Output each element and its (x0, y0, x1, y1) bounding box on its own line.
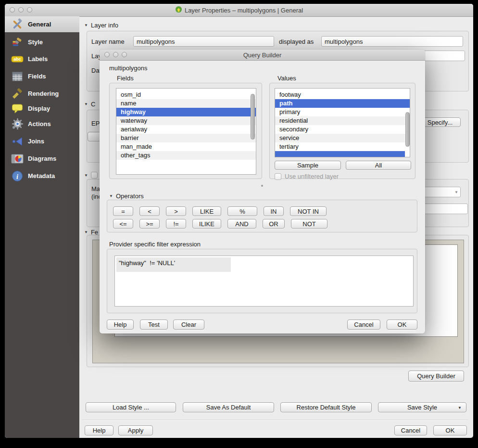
list-item-path[interactable]: path (275, 99, 410, 108)
list-item-service[interactable]: service (275, 134, 410, 142)
displayed-as-input[interactable] (321, 36, 463, 47)
sidebar-item-rendering[interactable]: Rendering (5, 86, 79, 102)
list-item-highway[interactable]: highway (116, 108, 256, 116)
specify-crs-button-label: Specify... (428, 119, 453, 126)
minimize-button[interactable] (113, 52, 118, 57)
list-item-primary[interactable]: primary (275, 108, 410, 116)
values-list: footwaypathprimaryresidentialsecondaryse… (275, 88, 410, 157)
list-item-aerialway[interactable]: aerialway (116, 125, 256, 134)
operator-button-<[interactable]: < (139, 206, 160, 216)
values-scrollbar-thumb[interactable] (405, 112, 410, 147)
save-style-button[interactable]: Save Style ▼ (378, 402, 466, 412)
list-item-waterway[interactable]: waterway (116, 116, 256, 125)
operators-header[interactable]: ▼ Operators (109, 192, 144, 200)
sidebar-item-joins[interactable]: Joins (5, 133, 79, 149)
sidebar-item-display[interactable]: Display (5, 101, 79, 116)
operator-button-not[interactable]: NOT (291, 219, 327, 229)
ok-button[interactable]: OK (433, 425, 467, 435)
cancel-button[interactable]: Cancel (394, 425, 427, 435)
displayed-as-label: displayed as (279, 38, 314, 45)
collapse-arrow-icon: ▼ (84, 173, 88, 178)
values-partial-selected-row[interactable] (275, 151, 405, 157)
ok-button-label: OK (446, 427, 455, 434)
hammer-wrench-icon (11, 18, 24, 31)
sidebar-item-diagrams[interactable]: Diagrams (5, 151, 79, 166)
zoom-button[interactable] (122, 52, 127, 57)
use-unfiltered-checkbox[interactable] (275, 173, 281, 180)
all-button[interactable]: All (346, 161, 411, 170)
layer-info-header[interactable]: ▼ Layer info (84, 22, 118, 29)
svg-text:i: i (16, 173, 18, 180)
qb-cancel-button[interactable]: Cancel (347, 320, 380, 330)
values-scrollbar[interactable] (405, 89, 410, 156)
filter-expression-textarea[interactable]: "highway" != 'NULL' (114, 256, 414, 307)
operator-button->=[interactable]: >= (139, 219, 160, 229)
sidebar-item-style[interactable]: Style (5, 34, 79, 50)
list-item-barrier[interactable]: barrier (116, 134, 256, 142)
close-button[interactable] (10, 7, 15, 13)
filter-groupbox: "highway" != 'NULL' (107, 249, 417, 313)
operator-button-or[interactable]: OR (263, 219, 285, 229)
load-style-button[interactable]: Load Style ... (86, 402, 176, 412)
query-builder-button[interactable]: Query Builder (408, 371, 464, 382)
operator-button-<=[interactable]: <= (113, 219, 133, 229)
list-item-man_made[interactable]: man_made (116, 142, 256, 151)
operator-button-%[interactable]: % (227, 206, 257, 216)
collapse-arrow-icon: ▼ (109, 194, 113, 198)
sidebar-item-actions[interactable]: Actions (5, 116, 79, 132)
sidebar-item-label: Metadata (28, 172, 55, 179)
sample-button[interactable]: Sample (275, 161, 341, 170)
abc-tag-icon: abc (11, 53, 24, 65)
values-groupbox: footwaypathprimaryresidentialsecondaryse… (269, 83, 415, 179)
minimize-button[interactable] (18, 7, 24, 13)
operator-button->[interactable]: > (166, 206, 186, 216)
sidebar-item-labels[interactable]: abcLabels (5, 51, 79, 67)
restore-default-style-button[interactable]: Restore Default Style (280, 402, 372, 412)
qb-help-button[interactable]: Help (107, 320, 134, 330)
sidebar-item-fields[interactable]: Fields (5, 68, 79, 84)
list-item-osm_id[interactable]: osm_id (116, 90, 256, 99)
list-item-secondary[interactable]: secondary (275, 125, 410, 134)
list-item-other_tags[interactable]: other_tags (116, 151, 256, 160)
qb-ok-button[interactable]: OK (387, 320, 417, 330)
operator-button-and[interactable]: AND (227, 219, 256, 229)
main-traffic-lights (10, 7, 32, 13)
sidebar-item-label: Style (28, 38, 43, 46)
main-titlebar[interactable]: Layer Properties – multipolygons | Gener… (5, 4, 473, 17)
qb-test-button[interactable]: Test (140, 320, 168, 330)
fields-scrollbar[interactable] (250, 89, 255, 174)
help-button[interactable]: Help (85, 425, 113, 435)
qb-clear-button[interactable]: Clear (173, 320, 204, 330)
sidebar-item-metadata[interactable]: iMetadata (5, 168, 79, 184)
specify-crs-button[interactable]: Specify... (419, 117, 461, 127)
close-button[interactable] (104, 52, 110, 57)
sidebar-item-label: Fields (28, 73, 46, 80)
operator-button-not-in[interactable]: NOT IN (290, 206, 327, 216)
crs-header-label-fragment: C (91, 101, 95, 108)
list-item-tertiary[interactable]: tertiary (275, 142, 410, 151)
scale-visibility-header[interactable]: ▼ (84, 172, 98, 179)
operators-groupbox: =<>LIKE%INNOT IN <=>=!=ILIKEANDORNOT (107, 200, 417, 232)
operator-button-in[interactable]: IN (264, 206, 284, 216)
fields-scrollbar-thumb[interactable] (251, 94, 255, 140)
zoom-button[interactable] (27, 7, 32, 13)
sidebar-item-label: Joins (28, 138, 44, 145)
sidebar-item-general[interactable]: General (5, 16, 79, 32)
splitter-handle[interactable] (261, 185, 263, 187)
sidebar-item-label: Display (28, 105, 50, 112)
operator-button-!=[interactable]: != (166, 219, 186, 229)
operator-button-=[interactable]: = (113, 206, 133, 216)
operator-button-like[interactable]: LIKE (192, 206, 221, 216)
list-item-footway[interactable]: footway (275, 90, 410, 99)
collapse-arrow-icon: ▼ (84, 102, 88, 106)
scale-visibility-checkbox[interactable] (91, 172, 98, 179)
crs-header[interactable]: ▼ C (84, 101, 95, 108)
layer-info-header-label: Layer info (91, 22, 118, 29)
save-as-default-button[interactable]: Save As Default (183, 402, 274, 412)
apply-button[interactable]: Apply (118, 425, 153, 435)
query-builder-titlebar[interactable]: Query Builder (100, 50, 425, 61)
list-item-name[interactable]: name (116, 99, 256, 108)
list-item-residential[interactable]: residential (275, 116, 410, 125)
layer-name-input[interactable] (133, 36, 274, 47)
operator-button-ilike[interactable]: ILIKE (192, 219, 221, 229)
